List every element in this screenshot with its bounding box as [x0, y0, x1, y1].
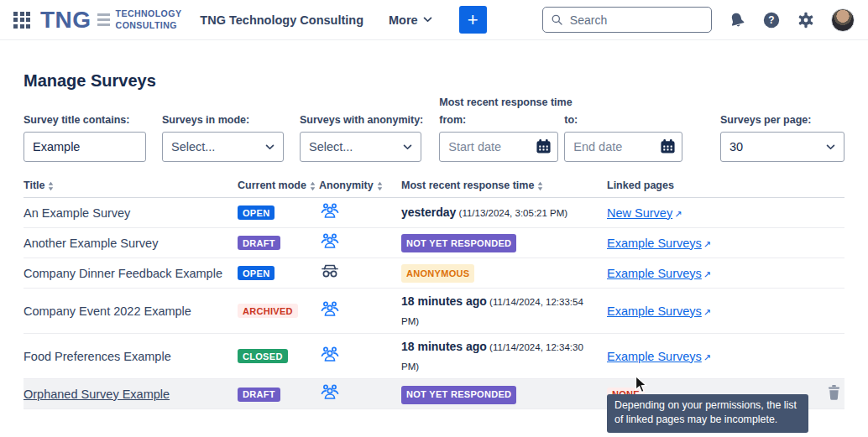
current-mode-cell: CLOSED: [238, 349, 319, 364]
table-row[interactable]: Company Dinner Feedback ExampleOPENANONY…: [24, 258, 844, 289]
column-label: Title: [24, 179, 44, 191]
column-header[interactable]: Current mode: [238, 179, 319, 191]
incognito-anonymity-icon: [319, 262, 341, 282]
logo-tng-text: TNG: [40, 8, 92, 32]
current-mode-cell: DRAFT: [238, 387, 319, 402]
mode-badge: DRAFT: [238, 236, 280, 250]
group-anonymity-icon: [319, 232, 341, 252]
external-link-arrow-icon: ↗: [703, 352, 711, 363]
linked-pages-cell: Example Surveys↗: [607, 304, 819, 318]
linked-pages-cell: Example Surveys↗: [607, 267, 819, 280]
mouse-cursor: [635, 375, 649, 394]
group-anonymity-icon: [319, 299, 341, 320]
column-header: Linked pages: [607, 179, 819, 191]
linked-pages-tooltip: Depending on your permissions, the list …: [607, 394, 808, 433]
calendar-icon[interactable]: [536, 138, 552, 154]
linked-pages-cell: New Survey↗: [607, 206, 819, 220]
chevron-down-icon: [423, 17, 432, 23]
svg-text:?: ?: [768, 14, 774, 26]
column-header[interactable]: Most recent response time: [401, 179, 607, 191]
filter-mode-select[interactable]: Select...: [162, 132, 284, 162]
search-input[interactable]: [570, 13, 703, 27]
filter-title-contains: Survey title contains:: [24, 114, 146, 162]
mode-badge: ARCHIVED: [238, 304, 298, 318]
linked-page-link[interactable]: Example Surveys↗: [607, 304, 711, 318]
filter-title-input[interactable]: [24, 132, 146, 162]
column-label: Most recent response time: [401, 179, 534, 191]
survey-title[interactable]: Orphaned Survey Example: [24, 388, 238, 401]
linked-page-label: Example Surveys: [607, 237, 702, 250]
response-badge: ANONYMOUS: [401, 264, 474, 283]
filter-anonymity-label: Surveys with anonymity:: [300, 114, 423, 126]
search-icon: [551, 13, 563, 27]
filter-per-page: Surveys per page: 30: [720, 114, 844, 162]
settings-gear-icon[interactable]: [797, 11, 815, 29]
response-time-cell: NOT YET RESPONDED: [401, 233, 607, 253]
column-header[interactable]: Title: [24, 179, 238, 191]
column-label: Linked pages: [607, 179, 674, 191]
sort-icon: [377, 181, 383, 191]
current-mode-cell: OPEN: [238, 266, 319, 281]
survey-title[interactable]: Company Dinner Feedback Example: [24, 267, 238, 280]
notifications-bell-icon[interactable]: [728, 11, 746, 29]
sort-icon: [48, 181, 54, 191]
survey-title[interactable]: Another Example Survey: [24, 237, 238, 250]
sort-icon: [310, 181, 316, 191]
anonymity-cell: [319, 382, 401, 405]
filter-title-label: Survey title contains:: [24, 114, 146, 126]
anonymity-cell: [319, 345, 401, 367]
column-header[interactable]: Anonymity: [319, 179, 401, 191]
filter-from: from:: [439, 114, 558, 162]
search-box[interactable]: [542, 7, 712, 33]
surveys-table: TitleCurrent modeAnonymityMost recent re…: [24, 173, 844, 409]
linked-pages-cell: Example Surveys↗: [607, 237, 819, 250]
response-time-main: yesterday: [401, 205, 456, 219]
mode-badge: CLOSED: [238, 349, 288, 363]
filter-anonymity-select[interactable]: Select...: [300, 132, 421, 162]
response-time-cell: 18 minutes ago (11/14/2024, 12:33:54 PM): [401, 292, 607, 330]
anonymity-cell: [319, 299, 401, 322]
row-actions: [827, 384, 844, 403]
calendar-icon[interactable]: [660, 138, 676, 154]
response-time-cell: ANONYMOUS: [401, 263, 607, 284]
group-anonymity-icon: [319, 345, 341, 365]
survey-title[interactable]: An Example Survey: [24, 206, 238, 220]
user-avatar[interactable]: [831, 8, 855, 32]
delete-survey-icon[interactable]: [827, 384, 841, 401]
chevron-down-icon: [826, 144, 835, 150]
filter-per-page-select[interactable]: 30: [720, 132, 844, 162]
filter-to: to:: [564, 114, 682, 162]
current-mode-cell: OPEN: [238, 205, 319, 221]
survey-title[interactable]: Company Event 2022 Example: [24, 304, 238, 318]
response-time-main: 18 minutes ago: [401, 294, 487, 308]
mode-badge: OPEN: [238, 266, 275, 280]
create-button[interactable]: +: [459, 6, 487, 34]
app-switcher-icon[interactable]: [13, 12, 30, 29]
survey-title[interactable]: Food Preferences Example: [24, 350, 238, 363]
linked-page-link[interactable]: New Survey↗: [607, 206, 682, 220]
linked-page-link[interactable]: Example Surveys↗: [607, 237, 711, 250]
filter-per-page-label: Surveys per page:: [720, 114, 844, 126]
table-row[interactable]: An Example SurveyOPENyesterday (11/13/20…: [24, 198, 844, 228]
linked-page-label: Example Surveys: [607, 267, 702, 280]
table-row[interactable]: Food Preferences ExampleCLOSED18 minutes…: [24, 334, 844, 379]
more-menu[interactable]: More: [389, 13, 432, 27]
response-time-detail: (11/13/2024, 3:05:21 PM): [456, 208, 567, 218]
linked-page-label: Example Surveys: [607, 350, 702, 363]
linked-page-label: Example Surveys: [607, 304, 702, 318]
external-link-arrow-icon: ↗: [703, 239, 711, 250]
linked-page-link[interactable]: Example Surveys↗: [607, 267, 711, 280]
table-row[interactable]: Another Example SurveyDRAFTNOT YET RESPO…: [24, 228, 844, 258]
space-link[interactable]: TNG Technology Consulting: [200, 13, 363, 27]
response-time-main: 18 minutes ago: [401, 340, 487, 353]
sort-icon: [537, 181, 543, 191]
help-icon[interactable]: ?: [762, 11, 781, 29]
table-row[interactable]: Company Event 2022 ExampleARCHIVED18 min…: [24, 289, 844, 334]
linked-pages-cell: Example Surveys↗: [607, 350, 819, 363]
external-link-arrow-icon: ↗: [674, 209, 682, 220]
anonymity-cell: [319, 232, 401, 254]
linked-page-link[interactable]: Example Surveys↗: [607, 350, 711, 363]
linked-page-label: New Survey: [607, 206, 672, 220]
tng-logo[interactable]: TNG TECHNOLOGY CONSULTING: [40, 8, 181, 32]
filter-from-label: from:: [439, 114, 558, 126]
